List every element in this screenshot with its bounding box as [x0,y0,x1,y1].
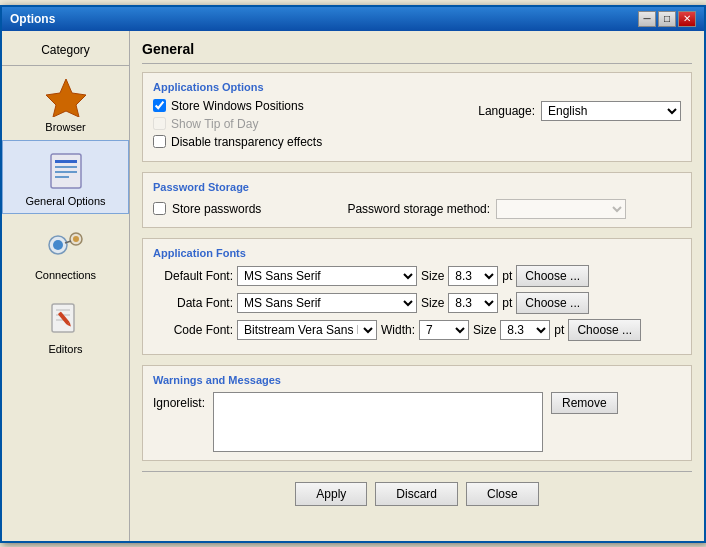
data-font-label: Data Font: [153,296,233,310]
store-passwords-checkbox[interactable] [153,202,166,215]
code-width-label: Width: [381,323,415,337]
data-font-select[interactable]: MS Sans Serif Arial Tahoma [237,293,417,313]
default-pt-label: pt [502,269,512,283]
default-font-row: Default Font: MS Sans Serif Arial Tahoma… [153,265,681,287]
language-select[interactable]: English French German Spanish [541,101,681,121]
pw-method-label: Password storage method: [347,202,490,216]
content-area: Category Browser [2,31,704,541]
data-size-select[interactable]: 8.3 8 9 10 [448,293,498,313]
code-pt-label: pt [554,323,564,337]
category-heading: Category [2,39,129,66]
code-font-select[interactable]: Bitstream Vera Sans Mo Courier New Conso… [237,320,377,340]
connections-icon [44,223,88,267]
svg-rect-5 [55,176,69,178]
bottom-buttons: Apply Discard Close [142,471,692,514]
disable-transparency-row: Disable transparency effects [153,135,322,149]
main-panel: General Applications Options Store Windo… [130,31,704,541]
minimize-button[interactable]: ─ [638,11,656,27]
editors-label: Editors [48,343,82,355]
password-section-title: Password Storage [153,181,681,193]
applications-options-section: Applications Options Store Windows Posit… [142,72,692,162]
store-passwords-label: Store passwords [172,202,261,216]
password-storage-section: Password Storage Store passwords Passwor… [142,172,692,228]
sidebar-item-browser[interactable]: Browser [2,66,129,140]
code-font-choose-button[interactable]: Choose ... [568,319,641,341]
apply-button[interactable]: Apply [295,482,367,506]
code-width-select[interactable]: 7 8 9 [419,320,469,340]
show-tip-row: Show Tip of Day [153,117,322,131]
data-pt-label: pt [502,296,512,310]
close-button[interactable]: Close [466,482,539,506]
sidebar: Category Browser [2,31,130,541]
svg-point-9 [73,236,79,242]
close-window-button[interactable]: ✕ [678,11,696,27]
application-fonts-section: Application Fonts Default Font: MS Sans … [142,238,692,355]
svg-marker-0 [46,79,86,117]
browser-label: Browser [45,121,85,133]
code-font-row: Code Font: Bitstream Vera Sans Mo Courie… [153,319,681,341]
data-size-label: Size [421,296,444,310]
default-size-label: Size [421,269,444,283]
warnings-section: Warnings and Messages Ignorelist: Remove [142,365,692,461]
title-bar: Options ─ □ ✕ [2,7,704,31]
default-font-choose-button[interactable]: Choose ... [516,265,589,287]
code-size-label: Size [473,323,496,337]
browser-icon [44,75,88,119]
remove-button[interactable]: Remove [551,392,618,414]
disable-transparency-checkbox[interactable] [153,135,166,148]
editors-icon [44,297,88,341]
store-windows-checkbox[interactable] [153,99,166,112]
password-row: Store passwords Password storage method: [153,199,681,219]
default-font-select[interactable]: MS Sans Serif Arial Tahoma [237,266,417,286]
options-window: Options ─ □ ✕ Category Browser [0,5,706,543]
code-font-label: Code Font: [153,323,233,337]
maximize-button[interactable]: □ [658,11,676,27]
sidebar-item-editors[interactable]: Editors [2,288,129,362]
sidebar-item-connections[interactable]: Connections [2,214,129,288]
general-options-label: General Options [25,195,105,207]
connections-label: Connections [35,269,96,281]
svg-rect-2 [55,160,77,163]
default-size-select[interactable]: 8.3 8 9 10 [448,266,498,286]
discard-button[interactable]: Discard [375,482,458,506]
window-title: Options [10,12,55,26]
svg-rect-3 [55,166,77,168]
pw-method-select[interactable] [496,199,626,219]
title-bar-controls: ─ □ ✕ [638,11,696,27]
code-size-select[interactable]: 8.3 8 9 10 [500,320,550,340]
data-font-row: Data Font: MS Sans Serif Arial Tahoma Si… [153,292,681,314]
show-tip-checkbox[interactable] [153,117,166,130]
disable-transparency-label: Disable transparency effects [171,135,322,149]
applications-section-title: Applications Options [153,81,681,93]
ignorelist-label: Ignorelist: [153,392,205,410]
svg-point-7 [53,240,63,250]
fonts-section-title: Application Fonts [153,247,681,259]
store-windows-label: Store Windows Positions [171,99,304,113]
ignorelist-textarea[interactable] [213,392,543,452]
language-label: Language: [478,104,535,118]
svg-rect-4 [55,171,77,173]
ignorelist-row: Ignorelist: Remove [153,392,681,452]
sidebar-item-general-options[interactable]: General Options [2,140,129,214]
default-font-label: Default Font: [153,269,233,283]
store-windows-row: Store Windows Positions [153,99,322,113]
warnings-section-title: Warnings and Messages [153,374,681,386]
show-tip-label: Show Tip of Day [171,117,258,131]
data-font-choose-button[interactable]: Choose ... [516,292,589,314]
general-options-icon [44,149,88,193]
panel-title: General [142,41,692,64]
